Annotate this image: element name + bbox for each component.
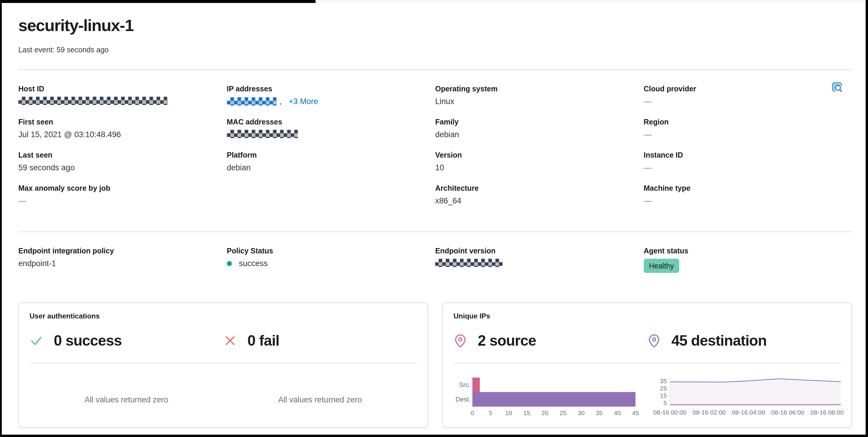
card-divider [30, 363, 417, 363]
page-content: security-linux-1 Last event: 59 seconds … [2, 3, 866, 428]
ip-redacted-value [227, 97, 277, 106]
bar-x-tick-label: 20 [541, 409, 548, 416]
field-family: Family debian [435, 117, 644, 139]
status-dot-icon [227, 261, 232, 266]
bar-rows: Src.Dest. [454, 378, 636, 407]
field-value: 10 [435, 163, 644, 172]
bar-x-tick-label: 0 [471, 409, 474, 416]
field-value: debian [227, 163, 435, 172]
field-label: Platform [227, 150, 435, 159]
line-x-tick-label: 08-16 02:00 [692, 409, 725, 416]
field-label: Architecture [435, 184, 644, 193]
bar-x-tick-label: 30 [578, 409, 584, 416]
field-label: Max anomaly score by job [18, 184, 227, 193]
field-value: x86_64 [435, 196, 644, 205]
field-value: — [644, 97, 852, 106]
field-machine-type: Machine type — [644, 184, 852, 205]
success-count: 0 success [54, 332, 122, 349]
card-title: User authentications [30, 312, 417, 320]
field-instance-id: Instance ID — [644, 150, 852, 172]
field-label: Last seen [18, 150, 227, 159]
user-authentications-card: User authentications 0 success [18, 302, 428, 428]
field-endpoint-version: Endpoint version [435, 246, 644, 273]
last-event-text: Last event: 59 seconds ago [18, 46, 852, 54]
x-icon [223, 334, 237, 347]
line-y-axis: 3525155 [654, 378, 670, 407]
destination-count: 45 destination [672, 332, 767, 349]
bar-x-tick-label: 35 [596, 409, 603, 416]
line-x-axis: 08-16 00:0008-16 02:0008-16 04:0008-16 0… [670, 407, 841, 418]
field-host-id: Host ID [18, 84, 227, 106]
bar-track [472, 392, 636, 407]
agent-status-badge: Healthy [644, 259, 680, 273]
field-label: Region [644, 117, 852, 126]
host-details-page: security-linux-1 Last event: 59 seconds … [0, 0, 868, 437]
field-first-seen: First seen Jul 15, 2021 @ 03:10:48.496 [18, 117, 227, 139]
field-label: MAC addresses [227, 117, 435, 126]
spacer [227, 184, 435, 205]
window-edge [2, 0, 866, 3]
unique-ips-card: Unique IPs 2 source [442, 302, 852, 428]
mac-redacted-value [227, 130, 298, 138]
bar-x-tick-label: 5 [489, 409, 493, 416]
card-title: Unique IPs [454, 312, 841, 320]
bar-x-tick-label: 10 [505, 409, 512, 416]
ip-more-link[interactable]: +3 More [289, 97, 318, 106]
unique-ips-bar-chart: Src.Dest. 051015202530354045 [454, 378, 636, 418]
field-value: success [239, 259, 268, 268]
line-plot-area [670, 378, 841, 407]
bar-track [472, 378, 636, 392]
field-last-seen: Last seen 59 seconds ago [18, 150, 227, 172]
field-value: — [644, 196, 852, 205]
line-y-tick-label: 5 [663, 400, 667, 407]
field-value: debian [435, 130, 644, 139]
ips-charts-row: Src.Dest. 051015202530354045 3525155 08-… [454, 378, 841, 418]
unique-ips-area-chart: 3525155 08-16 00:0008-16 02:0008-16 04:0… [654, 378, 841, 418]
success-empty-message: All values returned zero [30, 395, 223, 405]
auth-fail-stat: 0 fail [223, 332, 417, 349]
field-operating-system: Operating system Linux [435, 84, 644, 106]
line-x-tick-label: 08-16 06:00 [771, 409, 804, 416]
map-pin-icon [647, 334, 661, 347]
field-label: Version [435, 150, 644, 159]
fail-count: 0 fail [248, 332, 279, 349]
auth-success-stat: 0 success [30, 332, 223, 349]
field-label: Policy Status [227, 246, 435, 255]
field-value: — [644, 130, 852, 139]
field-cloud-provider: Cloud provider — [644, 84, 852, 106]
page-title: security-linux-1 [18, 16, 852, 35]
bar-x-tick-label: 40 [614, 409, 621, 416]
field-ip-addresses: IP addresses , +3 More [227, 84, 435, 106]
field-label: Endpoint integration policy [18, 246, 227, 255]
field-version: Version 10 [435, 150, 644, 172]
bar-x-tick-label: 45 [632, 409, 639, 416]
inspect-icon[interactable] [830, 81, 844, 94]
line-x-tick-label: 08-16 00:00 [653, 409, 686, 416]
bar-x-axis: 051015202530354045 [472, 407, 636, 418]
source-count: 2 source [478, 332, 536, 349]
field-label: Cloud provider [644, 84, 852, 93]
overview-section: Host ID IP addresses , +3 More Operating… [18, 84, 852, 205]
bar-fill [472, 392, 636, 407]
bar-category-label: Dest. [454, 396, 472, 403]
overview-grid: Host ID IP addresses , +3 More Operating… [18, 84, 852, 205]
field-platform: Platform debian [227, 150, 435, 172]
fail-empty-message: All values returned zero [223, 395, 417, 405]
field-value: Linux [435, 97, 644, 106]
field-endpoint-policy: Endpoint integration policy endpoint-1 [18, 246, 227, 273]
field-label: Operating system [435, 84, 644, 93]
field-policy-status: Policy Status success [227, 246, 435, 273]
bar-category-label: Src. [454, 381, 472, 389]
field-value: — [644, 163, 852, 172]
field-value: 59 seconds ago [18, 163, 227, 172]
card-divider [454, 363, 841, 363]
auth-stats-row: 0 success 0 fail [30, 332, 417, 349]
destination-area [670, 379, 841, 406]
host-id-redacted-value [18, 97, 167, 105]
field-value: Jul 15, 2021 @ 03:10:48.496 [18, 130, 227, 139]
field-label: First seen [18, 117, 227, 126]
source-ips-stat: 2 source [454, 332, 647, 349]
bar-row: Dest. [454, 392, 636, 407]
check-icon [30, 334, 43, 347]
bar-fill [472, 378, 480, 392]
